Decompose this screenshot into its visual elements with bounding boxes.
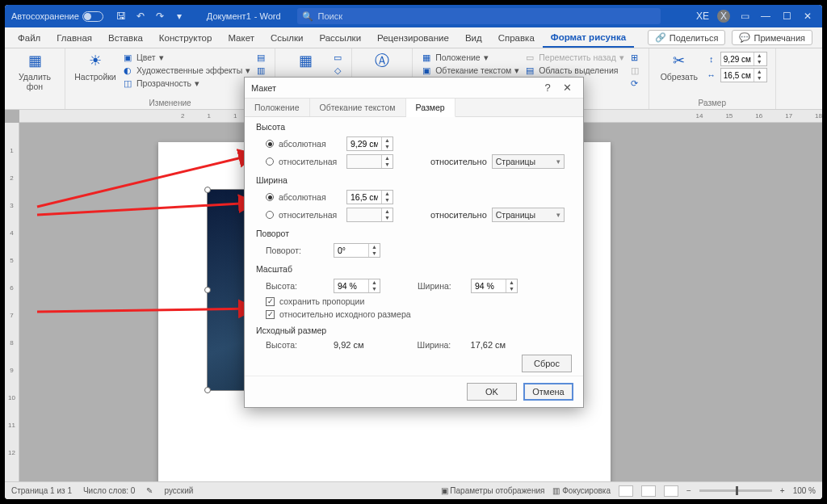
width-relative-combo[interactable]: Страницы▾ (492, 208, 565, 222)
height-absolute-radio[interactable] (266, 140, 274, 148)
language-indicator[interactable]: русский (164, 486, 193, 495)
zoom-out-button[interactable]: − (686, 486, 691, 495)
tab-insert[interactable]: Вставка (100, 27, 151, 48)
tab-references[interactable]: Ссылки (262, 27, 312, 48)
rotation-field[interactable]: ▲▼ (334, 243, 380, 258)
tab-picture-format[interactable]: Формат рисунка (543, 27, 634, 48)
dialog-tab-wrap[interactable]: Обтекание текстом (310, 99, 406, 116)
height-absolute-field[interactable]: ▲▼ (346, 136, 393, 151)
transparency-button[interactable]: ◫Прозрачность▾ (122, 78, 250, 89)
qat-dropdown-icon[interactable]: ▾ (173, 10, 186, 23)
wrap-text-button[interactable]: ▣Обтекание текстом▾ (421, 65, 519, 76)
tab-file[interactable]: Файл (10, 27, 48, 48)
scale-height-field[interactable]: ▲▼ (334, 279, 380, 293)
reset-button[interactable]: Сброс (522, 355, 572, 372)
read-mode-button[interactable] (619, 485, 633, 497)
comment-icon: 💬 (739, 32, 750, 43)
rotate-icon[interactable]: ⟳ (629, 78, 640, 89)
width-field[interactable]: ▲▼ (720, 68, 767, 82)
corrections-button[interactable]: ☀ Настройки (73, 52, 117, 82)
height-relative-radio[interactable] (266, 158, 274, 166)
search-input[interactable]: 🔍 Поиск (297, 8, 661, 24)
autosave-label: Автосохранение (11, 11, 79, 21)
change-picture-icon[interactable]: ▥ (255, 65, 267, 76)
remove-background-button[interactable]: ▦ Удалить фон (13, 52, 57, 91)
word-count[interactable]: Число слов: 0 (83, 486, 135, 495)
zoom-slider[interactable] (699, 489, 772, 492)
send-back-icon: ▭ (524, 52, 535, 63)
height-relative-combo[interactable]: Страницы▾ (492, 154, 565, 169)
color-button[interactable]: ▣Цвет▾ (122, 52, 250, 63)
width-relative-field[interactable]: ▲▼ (346, 208, 393, 222)
dialog-tab-position[interactable]: Положение (245, 99, 310, 116)
crop-button[interactable]: ✂Обрезать (657, 52, 701, 82)
height-icon: ↕ (706, 53, 717, 65)
titlebar: Автосохранение 🖫 ↶ ↷ ▾ Документ1 - Word … (5, 5, 822, 27)
focus-mode-button[interactable]: ▥ Фокусировка (552, 486, 611, 495)
comments-button[interactable]: 💬Примечания (732, 30, 812, 45)
zoom-level[interactable]: 100 % (793, 486, 816, 495)
vertical-ruler: 123456789101112 (5, 123, 19, 481)
width-relative-radio[interactable] (266, 211, 274, 219)
adjust-group-label: Изменение (73, 99, 267, 107)
tab-layout[interactable]: Макет (220, 27, 262, 48)
cancel-button[interactable]: Отмена (523, 383, 573, 401)
user-initials: XE (696, 10, 709, 23)
artistic-effects-button[interactable]: ◐Художественные эффекты▾ (122, 65, 250, 76)
width-absolute-field[interactable]: ▲▼ (346, 190, 393, 204)
picture-border-icon[interactable]: ▭ (332, 52, 343, 63)
section-rotation: Поворот (256, 229, 572, 238)
relative-original-checkbox[interactable] (266, 310, 275, 319)
tab-view[interactable]: Вид (457, 27, 490, 48)
height-field[interactable]: ▲▼ (720, 52, 767, 66)
position-button[interactable]: ▦Положение▾ (421, 52, 519, 63)
dialog-tabs: Положение Обтекание текстом Размер (245, 99, 583, 117)
resize-handle-nw[interactable] (204, 187, 211, 193)
tab-help[interactable]: Справка (490, 27, 543, 48)
alt-text-icon: Ⓐ (372, 52, 392, 71)
proofing-icon[interactable]: ✎ (146, 486, 153, 495)
search-icon: 🔍 (302, 11, 313, 22)
tab-review[interactable]: Рецензирование (369, 27, 457, 48)
web-layout-button[interactable] (664, 485, 678, 497)
picture-effects-icon[interactable]: ◇ (332, 65, 343, 76)
statusbar: Страница 1 из 1 Число слов: 0 ✎ русский … (5, 481, 822, 499)
dialog-close-button[interactable]: ✕ (557, 82, 577, 94)
avatar[interactable]: X (717, 10, 730, 23)
print-layout-button[interactable] (641, 485, 656, 497)
dialog-tab-size[interactable]: Размер (406, 99, 455, 117)
share-button[interactable]: 🔗Поделиться (648, 30, 726, 45)
undo-icon[interactable]: ↶ (134, 10, 147, 23)
picture-styles-button[interactable]: ▦ (283, 52, 327, 71)
selection-pane-button[interactable]: ▤Область выделения (524, 65, 624, 76)
maximize-icon[interactable]: ☐ (780, 10, 793, 23)
tab-design[interactable]: Конструктор (151, 27, 220, 48)
lock-aspect-checkbox[interactable] (266, 297, 275, 306)
close-icon[interactable]: ✕ (801, 10, 814, 23)
ok-button[interactable]: OK (467, 383, 517, 401)
alt-text-button[interactable]: Ⓐ (360, 52, 404, 71)
scale-width-field[interactable]: ▲▼ (471, 279, 518, 293)
resize-handle-sw[interactable] (204, 387, 211, 393)
remove-bg-icon: ▦ (25, 52, 44, 71)
compress-icon[interactable]: ▤ (255, 52, 267, 63)
section-width: Ширина (256, 175, 572, 185)
display-settings-button[interactable]: ▣ Параметры отображения (441, 486, 545, 495)
width-absolute-radio[interactable] (266, 193, 274, 201)
tab-mailings[interactable]: Рассылки (311, 27, 369, 48)
autosave-toggle[interactable] (82, 11, 103, 22)
redo-icon[interactable]: ↷ (153, 10, 166, 23)
align-icon[interactable]: ⊞ (629, 52, 640, 63)
crop-icon: ✂ (670, 52, 689, 71)
height-relative-field[interactable]: ▲▼ (346, 154, 393, 169)
minimize-icon[interactable]: — (759, 10, 772, 23)
page-indicator[interactable]: Страница 1 из 1 (11, 486, 72, 495)
resize-handle-w[interactable] (204, 287, 211, 293)
save-icon[interactable]: 🖫 (115, 10, 128, 23)
tab-home[interactable]: Главная (48, 27, 100, 48)
position-icon: ▦ (421, 52, 432, 63)
ribbon-mode-icon[interactable]: ▭ (738, 10, 751, 23)
section-height: Высота (256, 122, 572, 132)
dialog-help-button[interactable]: ? (538, 82, 557, 94)
zoom-in-button[interactable]: + (780, 486, 785, 495)
